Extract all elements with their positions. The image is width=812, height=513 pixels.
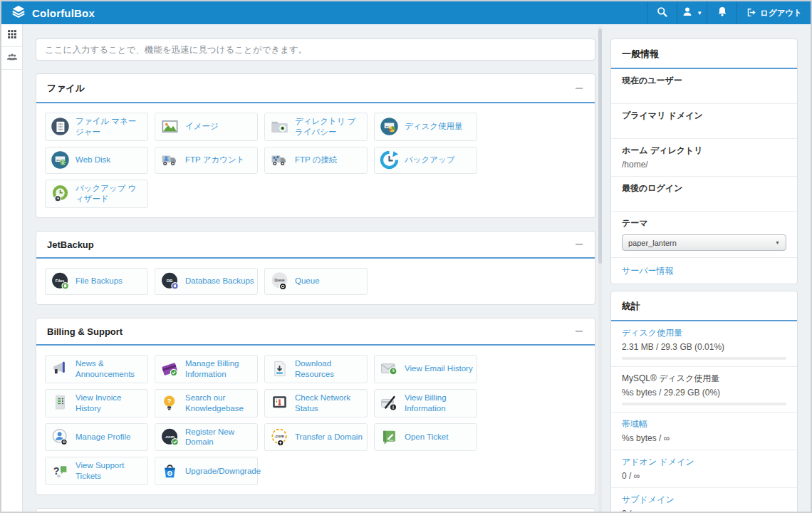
email-history-icon bbox=[380, 359, 399, 378]
open-ticket-icon bbox=[380, 428, 399, 447]
section-billing-support: Billing & Support News & Announcements M… bbox=[36, 318, 595, 496]
database-backups-icon: DB bbox=[160, 271, 179, 291]
file-backups-icon: Files bbox=[51, 271, 70, 291]
scrollbar-thumb[interactable] bbox=[598, 28, 602, 264]
logout-button[interactable]: ログアウト bbox=[736, 1, 811, 24]
section-title: ファイル bbox=[47, 82, 85, 95]
disk-usage-link[interactable]: ディスク使用量 bbox=[622, 327, 786, 339]
cpanel-window: ColorfulBox ▼ ログアウト bbox=[0, 0, 812, 513]
brand-logo[interactable]: ColorfulBox bbox=[1, 1, 104, 24]
tile-web-disk[interactable]: Web Disk bbox=[45, 147, 148, 174]
main-scrollbar[interactable] bbox=[598, 26, 602, 512]
tile-directory-privacy[interactable]: ディレクトリ プライバシー bbox=[264, 113, 368, 141]
svg-text:.com: .com bbox=[165, 435, 175, 439]
section-files: ファイル ファイル マネージャー イメージ ディレクトリ プライバシー bbox=[36, 73, 595, 218]
tile-download-resources[interactable]: Download Resources bbox=[264, 355, 368, 383]
search-button[interactable] bbox=[647, 1, 677, 24]
topbar-spacer bbox=[104, 1, 647, 24]
mysql-disk-usage-label: MySQL® ディスク使用量 bbox=[622, 373, 786, 385]
mysql-disk-usage-progressbar bbox=[622, 403, 786, 405]
tile-backup-wizard[interactable]: バックアップ ウィザード bbox=[45, 180, 148, 208]
tile-view-support-tickets[interactable]: ? View Support Tickets bbox=[45, 457, 148, 485]
tile-view-invoice-history[interactable]: View Invoice History bbox=[45, 389, 148, 418]
section-billing-header: Billing & Support bbox=[36, 318, 595, 346]
brand-name: ColorfulBox bbox=[32, 7, 95, 19]
section-databases-header: データベース bbox=[36, 509, 595, 513]
primary-domain-value bbox=[622, 125, 786, 132]
subdomains-link[interactable]: サブドメイン bbox=[622, 494, 786, 506]
brand-layers-icon bbox=[11, 4, 26, 22]
tile-news-announcements[interactable]: News & Announcements bbox=[45, 355, 148, 383]
images-icon bbox=[160, 117, 179, 136]
tile-view-email-history[interactable]: View Email History bbox=[374, 355, 477, 383]
tile-view-billing-information[interactable]: i View Billing Information bbox=[374, 389, 477, 418]
disk-usage-value: 2.31 MB / 29.3 GB (0.01%) bbox=[622, 342, 786, 352]
theme-row: テーマ paper_lantern ▼ bbox=[611, 212, 797, 258]
subdomains-value: 0 / ∞ bbox=[622, 509, 786, 513]
tile-file-manager[interactable]: ファイル マネージャー bbox=[45, 113, 148, 141]
tile-manage-billing-information[interactable]: Manage Billing Information bbox=[155, 355, 258, 383]
tile-database-backups[interactable]: DB Database Backups bbox=[155, 268, 258, 295]
home-directory-row: ホーム ディレクトリ /home/ bbox=[611, 139, 797, 177]
home-directory-value: /home/ bbox=[622, 160, 786, 170]
server-info-row: サーバー情報 bbox=[611, 258, 797, 284]
mysql-disk-usage-value: %s bytes / 29.29 GB (0%) bbox=[622, 388, 786, 398]
svg-text:i: i bbox=[392, 405, 394, 410]
addon-domains-value: 0 / ∞ bbox=[622, 471, 786, 481]
theme-select[interactable]: paper_lantern ▼ bbox=[622, 234, 786, 251]
tile-file-backups[interactable]: Files File Backups bbox=[45, 268, 148, 295]
server-info-link[interactable]: サーバー情報 bbox=[622, 266, 674, 276]
tile-search-knowledgebase[interactable]: ? Search our Knowledgebase bbox=[155, 389, 258, 418]
last-login-value bbox=[622, 197, 786, 204]
collapse-section-button[interactable] bbox=[576, 240, 584, 249]
current-user-value bbox=[622, 90, 786, 97]
apps-grid-button[interactable] bbox=[1, 24, 22, 47]
tile-images[interactable]: イメージ bbox=[155, 113, 258, 141]
section-files-body: ファイル マネージャー イメージ ディレクトリ プライバシー ディスク使用量 W… bbox=[36, 103, 595, 217]
user-menu-button[interactable]: ▼ bbox=[677, 1, 707, 24]
tile-check-network-status[interactable]: Check Network Status bbox=[264, 389, 368, 418]
collapse-section-button[interactable] bbox=[576, 84, 584, 93]
tile-transfer-a-domain[interactable]: .com Transfer a Domain bbox=[264, 423, 368, 452]
section-files-header: ファイル bbox=[36, 74, 595, 103]
queue-icon: Queue bbox=[270, 271, 289, 291]
stat-row-bandwidth: 帯域幅 %s bytes / ∞ bbox=[611, 413, 797, 450]
section-title: Billing & Support bbox=[47, 326, 123, 337]
directory-privacy-icon bbox=[270, 117, 289, 136]
tile-manage-profile[interactable]: Manage Profile bbox=[45, 423, 148, 452]
chevron-down-icon: ▼ bbox=[775, 240, 780, 245]
tile-open-ticket[interactable]: Open Ticket bbox=[374, 423, 477, 452]
primary-domain-label: プライマリ ドメイン bbox=[622, 110, 786, 122]
web-disk-icon bbox=[51, 150, 70, 170]
collapse-section-button[interactable] bbox=[576, 327, 584, 336]
last-login-row: 最後のログイン bbox=[611, 177, 797, 212]
home-directory-label: ホーム ディレクトリ bbox=[622, 145, 786, 157]
invoice-icon bbox=[51, 393, 70, 413]
tile-backup[interactable]: バックアップ bbox=[374, 147, 477, 174]
user-manager-button[interactable] bbox=[1, 47, 22, 70]
notifications-button[interactable] bbox=[707, 1, 736, 24]
logout-icon bbox=[746, 7, 756, 19]
statistics-title: 統計 bbox=[622, 300, 640, 313]
theme-select-value: paper_lantern bbox=[628, 239, 677, 247]
bandwidth-link[interactable]: 帯域幅 bbox=[622, 418, 786, 430]
download-icon bbox=[270, 359, 289, 378]
tile-queue[interactable]: Queue Queue bbox=[264, 268, 368, 295]
tile-register-new-domain[interactable]: .com Register New Domain bbox=[155, 423, 258, 452]
general-info-card: 一般情報 現在のユーザー プライマリ ドメイン ホーム ディレクトリ /home… bbox=[610, 38, 798, 284]
upgrade-bag-icon bbox=[160, 462, 179, 481]
tile-ftp-connections[interactable]: FTP の接続 bbox=[264, 147, 368, 174]
addon-domains-link[interactable]: アドオン ドメイン bbox=[622, 456, 786, 468]
tile-upgrade-downgrade[interactable]: Upgrade/Downgrade bbox=[155, 457, 258, 485]
svg-text:Queue: Queue bbox=[274, 279, 285, 282]
transfer-domain-icon: .com bbox=[270, 428, 289, 447]
svg-text:DB: DB bbox=[167, 279, 173, 283]
svg-text:?: ? bbox=[53, 465, 60, 477]
tile-disk-usage[interactable]: ディスク使用量 bbox=[374, 113, 477, 141]
feature-search-input[interactable] bbox=[36, 38, 595, 61]
last-login-label: 最後のログイン bbox=[622, 182, 786, 195]
svg-text:?: ? bbox=[167, 398, 172, 405]
section-jetbackup: JetBackup Files File Backups DB Database… bbox=[36, 231, 595, 305]
grid-icon bbox=[7, 29, 17, 42]
tile-ftp-accounts[interactable]: FTP アカウント bbox=[155, 147, 258, 174]
